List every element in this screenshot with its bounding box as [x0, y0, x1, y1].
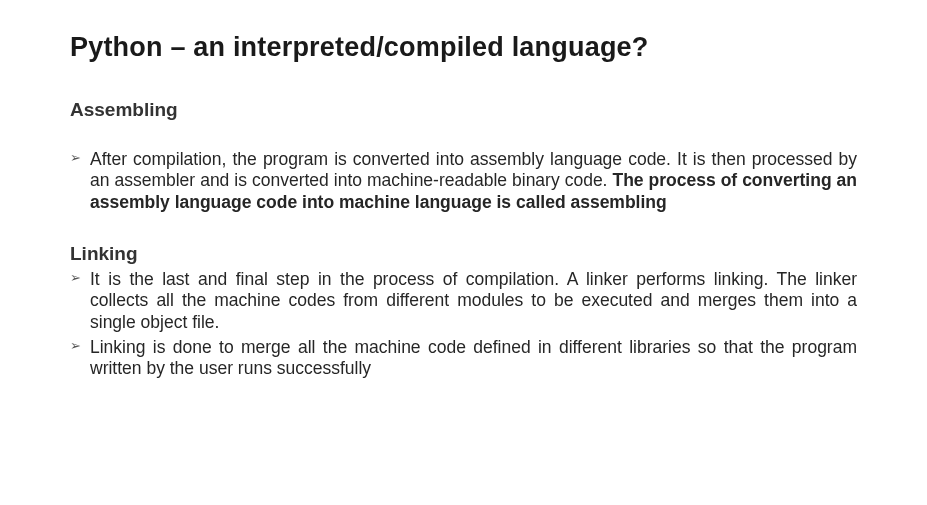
section-heading-assembling: Assembling — [70, 99, 857, 121]
bullet-block-assembling: ➢ After compilation, the program is conv… — [70, 149, 857, 213]
bullet-arrow-icon: ➢ — [70, 150, 81, 166]
bullet-item: ➢ It is the last and final step in the p… — [70, 269, 857, 333]
bullet-item: ➢ After compilation, the program is conv… — [70, 149, 857, 213]
bullet-arrow-icon: ➢ — [70, 338, 81, 354]
slide-title: Python – an interpreted/compiled languag… — [70, 32, 857, 63]
bullet-arrow-icon: ➢ — [70, 270, 81, 286]
bullet-text: It is the last and final step in the pro… — [90, 269, 857, 332]
section-heading-linking: Linking — [70, 243, 857, 265]
bullet-block-linking: ➢ It is the last and final step in the p… — [70, 269, 857, 380]
bullet-text: Linking is done to merge all the machine… — [90, 337, 857, 378]
bullet-item: ➢ Linking is done to merge all the machi… — [70, 337, 857, 380]
